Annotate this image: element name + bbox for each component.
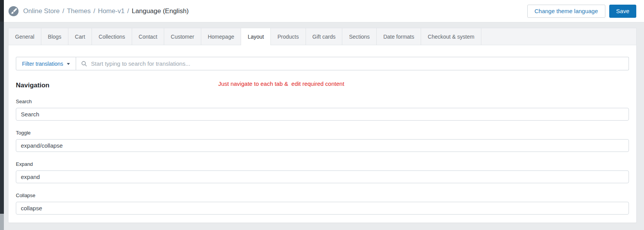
tab-blogs[interactable]: Blogs xyxy=(41,28,68,45)
search-field-wrap xyxy=(76,57,629,70)
tab-homepage[interactable]: Homepage xyxy=(201,28,241,45)
field-label-search: Search xyxy=(16,99,629,104)
tab-general[interactable]: General xyxy=(8,28,41,45)
field-expand: Expand xyxy=(16,161,629,183)
field-search: Search xyxy=(16,99,629,121)
filter-translations-label: Filter translations xyxy=(22,61,63,67)
tab-layout[interactable]: Layout xyxy=(241,28,271,45)
tab-bar: General Blogs Cart Collections Contact C… xyxy=(8,28,636,45)
main-area: Online Store/Themes/Home-v1/Language (En… xyxy=(4,0,644,230)
admin-sidebar-edge xyxy=(0,0,4,230)
translations-search-input[interactable] xyxy=(76,57,629,70)
translations-card: General Blogs Cart Collections Contact C… xyxy=(8,28,637,223)
field-label-collapse: Collapse xyxy=(16,193,629,198)
filter-translations-button[interactable]: Filter translations xyxy=(16,57,76,70)
field-input-search[interactable] xyxy=(16,108,629,121)
filter-row: Filter translations xyxy=(16,57,629,70)
breadcrumb-separator: / xyxy=(93,7,95,15)
field-label-toggle: Toggle xyxy=(16,130,629,136)
screen: Online Store/Themes/Home-v1/Language (En… xyxy=(0,0,644,230)
breadcrumb-separator: / xyxy=(127,7,129,15)
change-theme-language-button[interactable]: Change theme language xyxy=(527,5,605,18)
chevron-down-icon xyxy=(67,63,70,65)
breadcrumb-home-v1[interactable]: Home-v1 xyxy=(98,7,124,15)
tab-sections[interactable]: Sections xyxy=(342,28,377,45)
tab-cart[interactable]: Cart xyxy=(68,28,92,45)
field-input-expand[interactable] xyxy=(16,170,629,183)
field-collapse: Collapse xyxy=(16,193,629,215)
tab-collections[interactable]: Collections xyxy=(92,28,132,45)
breadcrumb: Online Store/Themes/Home-v1/Language (En… xyxy=(23,7,189,15)
field-input-toggle[interactable] xyxy=(16,139,629,152)
breadcrumb-current-page: Language (English) xyxy=(132,7,189,15)
tab-bar-filler xyxy=(481,28,636,45)
tab-checkout-system[interactable]: Checkout & system xyxy=(421,28,481,45)
annotation-note: Just navigate to each tab & edit require… xyxy=(218,80,344,87)
breadcrumb-online-store[interactable]: Online Store xyxy=(23,7,60,15)
save-button[interactable]: Save xyxy=(609,5,636,18)
card-body: Filter translations xyxy=(8,45,636,223)
admin-sidebar-edge-top xyxy=(0,0,4,22)
theme-brush-icon xyxy=(8,6,19,16)
section-head: Navigation Just navigate to each tab & e… xyxy=(16,82,629,89)
field-label-expand: Expand xyxy=(16,161,629,167)
admin-sidebar-edge-mid xyxy=(0,22,4,214)
tab-customer[interactable]: Customer xyxy=(164,28,201,45)
field-toggle: Toggle xyxy=(16,130,629,152)
admin-sidebar-edge-bottom xyxy=(0,214,4,230)
search-icon xyxy=(81,61,87,67)
field-input-collapse[interactable] xyxy=(16,202,629,215)
tab-contact[interactable]: Contact xyxy=(132,28,164,45)
tab-products[interactable]: Products xyxy=(271,28,306,45)
tab-date-formats[interactable]: Date formats xyxy=(377,28,421,45)
breadcrumb-separator: / xyxy=(63,7,65,15)
tab-gift-cards[interactable]: Gift cards xyxy=(306,28,343,45)
page-header: Online Store/Themes/Home-v1/Language (En… xyxy=(4,0,644,22)
breadcrumb-themes[interactable]: Themes xyxy=(67,7,90,15)
page-content: General Blogs Cart Collections Contact C… xyxy=(4,22,644,230)
